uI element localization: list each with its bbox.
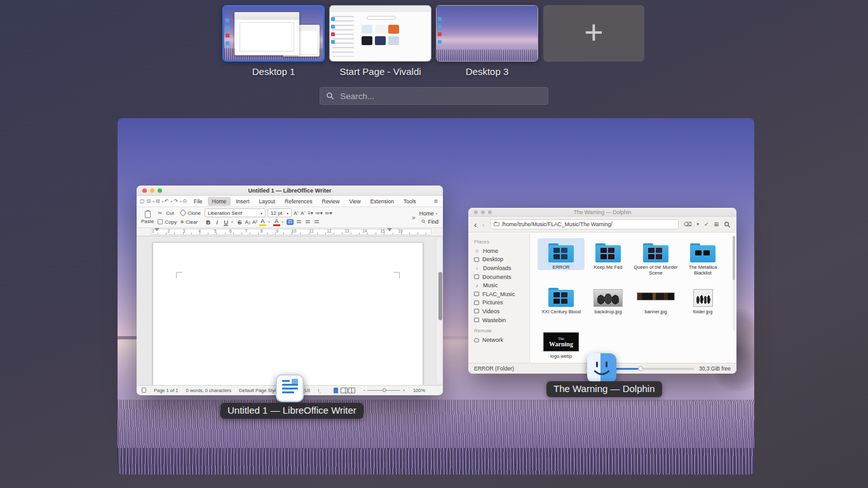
zoom-slider-knob[interactable]	[383, 388, 386, 392]
file-the-metallica-blacklist[interactable]: The Metallica Blacklist	[679, 241, 726, 276]
close-button[interactable]	[474, 210, 478, 214]
multi-page-view-icon[interactable]	[341, 388, 346, 393]
undo-icon[interactable]: ↶	[165, 198, 169, 204]
place-wastebin[interactable]: Wastebin	[474, 316, 529, 325]
align-left-button[interactable]	[287, 219, 294, 225]
place-desktop[interactable]: Desktop	[474, 255, 529, 264]
indent-marker-left[interactable]	[154, 228, 159, 231]
place-home[interactable]: ⌂Home	[474, 247, 529, 255]
zoom-percent[interactable]: 100%	[413, 388, 425, 393]
find-button[interactable]: Find	[421, 218, 438, 225]
menubar-toggle-icon[interactable]: ≡	[432, 198, 440, 205]
document-page[interactable]	[153, 242, 423, 385]
location-dropdown-icon[interactable]: ▾	[696, 222, 699, 227]
superscript-button[interactable]: A²	[252, 219, 257, 225]
place-music[interactable]: ♪Music	[474, 281, 529, 290]
bold-button[interactable]: B	[205, 219, 212, 226]
paste-button[interactable]: Paste	[141, 211, 154, 224]
desktop-3-thumbnail[interactable]	[436, 5, 538, 62]
font-name-combobox[interactable]: Liberation Serif ▾	[205, 208, 266, 217]
window-dolphin[interactable]: The Warning — Dolphin ‹ › /home/truhe/Mu…	[468, 208, 736, 374]
desktop-1-thumbnail[interactable]	[222, 5, 325, 62]
strikethrough-button[interactable]: S	[236, 219, 243, 226]
vertical-scrollbar[interactable]	[733, 236, 735, 331]
minimize-button[interactable]	[150, 188, 154, 193]
scrollbar-thumb[interactable]	[733, 236, 735, 280]
font-color-button[interactable]: A	[273, 217, 280, 226]
file-xxi-century-blood[interactable]: XXI Century Blood	[538, 285, 585, 315]
indent-marker-right[interactable]	[387, 228, 392, 231]
close-button[interactable]	[142, 188, 147, 193]
file-banner-jpg[interactable]: banner.jpg	[632, 285, 679, 315]
file-backdrop-jpg[interactable]: backdrop.jpg	[585, 285, 632, 315]
underline-dropdown-icon[interactable]: ▾	[231, 220, 233, 224]
clone-formatting-button[interactable]: Clone	[180, 210, 201, 217]
print-icon[interactable]: ⎙	[182, 198, 186, 205]
justify-button[interactable]	[313, 219, 320, 225]
forward-button[interactable]: ›	[482, 220, 484, 229]
tab-view[interactable]: View	[344, 197, 365, 206]
maximize-button[interactable]	[158, 188, 162, 193]
horizontal-ruler[interactable]: 1 2 3 4 5 6 7 8 9 10 11 12 13 14 15 16	[137, 228, 443, 236]
font-size-combobox[interactable]: 12 pt ▾	[268, 208, 292, 217]
file-view[interactable]: ERROR Keep Me Fed Queen of the Murder Sc…	[530, 233, 736, 363]
clear-formatting-button[interactable]: T Clear	[180, 219, 201, 226]
desktop-3[interactable]: Desktop 3	[436, 5, 538, 77]
location-bar[interactable]: /home/truhe/Music/FLAC_Music/The Warning…	[490, 219, 679, 229]
icon-size-slider[interactable]	[613, 368, 694, 370]
redo-dropdown-icon[interactable]: ▾	[180, 200, 182, 203]
highlight-dropdown-icon[interactable]: ▾	[268, 220, 270, 224]
align-center-button[interactable]	[295, 219, 302, 225]
place-network[interactable]: Network	[474, 336, 529, 344]
italic-button[interactable]: I	[214, 219, 220, 226]
file-error[interactable]: ERROR	[538, 238, 585, 270]
page-count[interactable]: Page 1 of 1	[154, 388, 178, 393]
new-document-icon[interactable]: ▢	[140, 198, 145, 204]
tab-insert[interactable]: Insert	[231, 197, 254, 206]
view-mode-grid-icon[interactable]: ⊞	[714, 221, 719, 227]
add-desktop-button[interactable]: +	[543, 5, 644, 62]
open-dropdown-icon[interactable]: ▾	[153, 200, 154, 203]
search-icon[interactable]	[724, 221, 731, 228]
slider-knob[interactable]	[638, 366, 643, 371]
search-input[interactable]	[339, 91, 542, 102]
highlight-color-button[interactable]: A	[259, 217, 266, 226]
place-videos[interactable]: Videos	[474, 307, 529, 316]
file-keep-me-fed[interactable]: Keep Me Fed	[585, 241, 632, 270]
place-pictures[interactable]: Pictures	[474, 299, 529, 308]
font-color-dropdown-icon[interactable]: ▾	[282, 220, 284, 224]
open-icon[interactable]: ⊡	[147, 198, 151, 204]
tab-extension[interactable]: Extension	[366, 197, 398, 206]
numbered-list-button[interactable]: ≕▾	[325, 210, 332, 216]
zoom-control[interactable]: − +	[363, 388, 405, 393]
select-mode-icon[interactable]: ✓	[704, 221, 709, 227]
undo-dropdown-icon[interactable]: ▾	[171, 200, 173, 203]
book-view-icon[interactable]	[348, 388, 355, 393]
libreoffice-writer-app-icon[interactable]	[276, 374, 304, 402]
desktop-1[interactable]: Desktop 1	[222, 5, 325, 77]
tab-review[interactable]: Review	[318, 197, 344, 206]
back-button[interactable]: ‹	[474, 220, 477, 229]
tab-tools[interactable]: Tools	[399, 197, 421, 206]
place-downloads[interactable]: ↓Downloads	[474, 264, 529, 273]
tab-home[interactable]: Home	[208, 197, 231, 206]
place-flac-music[interactable]: FLAC_Music	[474, 290, 529, 299]
scrollbar-thumb[interactable]	[438, 272, 442, 320]
dolphin-titlebar[interactable]: The Warning — Dolphin	[468, 208, 736, 217]
clear-location-icon[interactable]: ⌫	[684, 221, 692, 227]
single-page-view-icon[interactable]	[334, 388, 338, 393]
add-desktop[interactable]: +	[543, 5, 645, 77]
copy-button[interactable]: Copy	[158, 219, 177, 226]
tab-layout[interactable]: Layout	[255, 197, 280, 206]
file-queen-of-the-murder-scene[interactable]: Queen of the Murder Scene	[632, 241, 679, 276]
writer-titlebar[interactable]: Untitled 1 — LibreOffice Writer	[137, 186, 443, 196]
window-libreoffice-writer[interactable]: Untitled 1 — LibreOffice Writer ▢ ⊡▾ ⊟▾ …	[137, 186, 443, 395]
word-count[interactable]: 0 words, 0 characters	[186, 388, 231, 393]
zoom-in-icon[interactable]: +	[402, 388, 405, 393]
desktop-2[interactable]: Start Page - Vivaldi	[329, 5, 431, 77]
minimize-button[interactable]	[481, 210, 485, 214]
zoom-out-icon[interactable]: −	[363, 388, 365, 393]
place-documents[interactable]: Documents	[474, 273, 529, 281]
save-icon[interactable]: ⊟	[156, 198, 160, 204]
zoom-slider[interactable]	[367, 390, 400, 391]
